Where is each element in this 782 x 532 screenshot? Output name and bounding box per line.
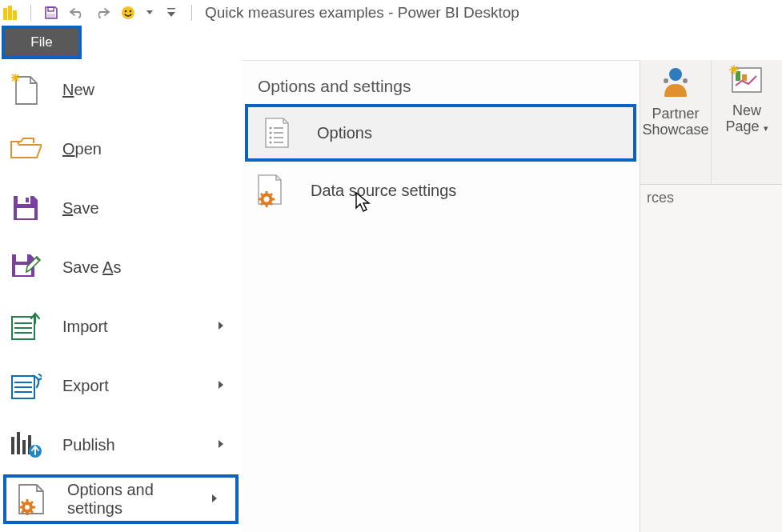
svg-rect-12 [16,254,27,262]
svg-line-52 [261,202,263,205]
svg-rect-1 [8,6,12,20]
title-bar: Quick measures examples - Power BI Deskt… [0,0,782,26]
save-icon[interactable] [42,4,60,22]
ribbon-button-label: PartnerShowcase [642,106,708,138]
submenu-item-label: Data source settings [311,182,456,200]
redo-icon[interactable] [94,4,111,22]
svg-rect-4 [47,14,55,18]
submenu-item-data-source-settings[interactable]: Data source settings [242,162,640,219]
publish-icon [10,429,42,461]
svg-rect-11 [17,208,34,218]
menu-item-new[interactable]: New [0,60,242,119]
smiley-dropdown-icon[interactable] [145,4,154,22]
undo-icon[interactable] [68,4,86,22]
menu-item-options-and-settings[interactable]: Options and settings [3,474,239,524]
separator [30,5,31,21]
ribbon-button-new-page[interactable]: NewPage ▾ [712,60,782,184]
chevron-right-icon [211,492,218,506]
svg-line-32 [22,502,24,504]
svg-point-36 [269,126,271,129]
export-icon [10,370,42,402]
svg-line-49 [261,194,263,196]
svg-rect-10 [26,198,29,202]
options-icon [261,117,293,149]
ribbon-button-label: NewPage ▾ [725,103,768,135]
menu-item-import[interactable]: Import [0,297,242,356]
import-icon [10,310,42,342]
menu-item-label: Import [62,318,108,336]
submenu-item-options[interactable]: Options [245,104,636,162]
backstage-left-menu: New Open Save [0,60,242,532]
window-title: Quick measures examples - Power BI Deskt… [205,4,519,22]
svg-rect-8 [167,8,175,10]
new-page-icon [729,65,764,100]
svg-point-6 [125,10,127,12]
open-folder-icon [10,133,42,165]
smiley-icon[interactable] [119,4,137,22]
new-file-icon [10,74,42,106]
svg-point-54 [664,78,668,83]
chevron-right-icon [218,319,224,334]
svg-point-53 [669,68,682,81]
data-source-settings-icon [255,174,287,206]
menu-item-publish[interactable]: Publish [0,415,242,474]
app-icon[interactable] [2,4,19,22]
svg-point-42 [269,141,271,143]
menu-item-label: Open [62,140,102,158]
menu-item-save-as[interactable]: Save As [0,238,242,297]
file-tab[interactable]: File [5,29,78,56]
options-settings-submenu: Options and settings Options [242,60,640,532]
quick-access-toolbar [0,0,200,25]
svg-rect-24 [22,440,26,454]
menu-item-label: New [62,81,94,99]
menu-item-label: Save [62,199,99,218]
ribbon-tab-row: File [0,26,782,61]
svg-line-33 [30,510,33,513]
svg-line-50 [270,202,272,205]
svg-rect-0 [3,8,7,20]
ribbon-group-row: PartnerShowcase NewPage ▾ [640,60,782,185]
menu-item-save[interactable]: Save [0,178,242,238]
chevron-right-icon [218,378,224,393]
file-tab-label: File [30,34,52,50]
svg-line-51 [270,194,272,196]
menu-item-export[interactable]: Export [0,356,242,415]
svg-rect-23 [17,432,20,454]
submenu-item-label: Options [317,124,372,142]
menu-item-open[interactable]: Open [0,119,242,178]
svg-point-38 [269,131,271,134]
menu-item-label: Save As [62,258,121,277]
separator [191,5,192,21]
svg-rect-22 [11,437,14,454]
svg-line-34 [30,502,33,504]
submenu-title: Options and settings [242,69,640,104]
chevron-right-icon [218,438,224,452]
menu-item-label: Options and settings [67,481,190,518]
ribbon-button-partner-showcase[interactable]: PartnerShowcase [640,60,712,184]
partner-showcase-icon [660,65,692,103]
svg-point-40 [269,136,271,138]
svg-rect-2 [13,10,17,20]
options-settings-icon [16,483,46,515]
ribbon-partial: PartnerShowcase NewPage ▾ rces [640,60,782,532]
save-as-icon [10,251,42,283]
svg-rect-58 [742,74,747,81]
menu-item-label: Export [62,377,109,395]
svg-line-35 [22,510,24,513]
customize-qat-icon[interactable] [162,4,180,22]
svg-point-55 [683,78,688,83]
svg-point-5 [122,6,134,19]
menu-item-label: Publish [62,436,115,454]
svg-point-7 [130,10,132,12]
save-icon [10,192,42,224]
ribbon-group-label-partial: rces [640,185,782,206]
backstage-body: New Open Save [0,60,782,532]
